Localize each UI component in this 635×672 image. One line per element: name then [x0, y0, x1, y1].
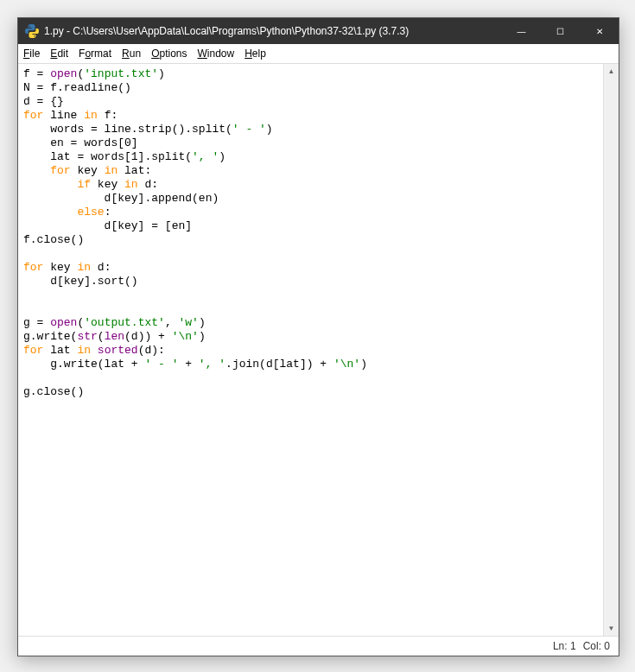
chevron-up-icon: ▲: [608, 67, 615, 75]
close-icon: ✕: [596, 27, 603, 36]
maximize-icon: ☐: [556, 27, 564, 36]
window-title: 1.py - C:\Users\User\AppData\Local\Progr…: [44, 25, 502, 37]
menu-edit[interactable]: Edit: [50, 48, 68, 60]
menu-help[interactable]: Help: [244, 48, 266, 60]
menu-window[interactable]: Window: [198, 48, 235, 60]
status-line: Ln: 1: [553, 640, 576, 652]
vertical-scrollbar[interactable]: ▲ ▼: [603, 64, 619, 636]
statusbar: Ln: 1 Col: 0: [18, 637, 619, 656]
close-button[interactable]: ✕: [580, 18, 619, 44]
menu-file[interactable]: File: [23, 48, 40, 60]
scroll-up-button[interactable]: ▲: [604, 64, 619, 79]
titlebar[interactable]: 1.py - C:\Users\User\AppData\Local\Progr…: [18, 18, 619, 44]
menu-format[interactable]: Format: [79, 48, 111, 60]
editor-area: f = open('input.txt') N = f.readline() d…: [18, 64, 619, 637]
status-col: Col: 0: [583, 640, 610, 652]
minimize-button[interactable]: —: [502, 18, 541, 44]
menu-run[interactable]: Run: [122, 48, 141, 60]
minimize-icon: —: [518, 27, 526, 36]
scroll-down-button[interactable]: ▼: [604, 621, 619, 636]
code-editor[interactable]: f = open('input.txt') N = f.readline() d…: [18, 64, 603, 636]
menubar: File Edit Format Run Options Window Help: [18, 44, 619, 64]
window-controls: — ☐ ✕: [502, 18, 619, 44]
idle-window: 1.py - C:\Users\User\AppData\Local\Progr…: [17, 17, 619, 656]
python-icon: [25, 24, 39, 38]
maximize-button[interactable]: ☐: [541, 18, 580, 44]
menu-options[interactable]: Options: [151, 48, 187, 60]
chevron-down-icon: ▼: [608, 624, 615, 632]
